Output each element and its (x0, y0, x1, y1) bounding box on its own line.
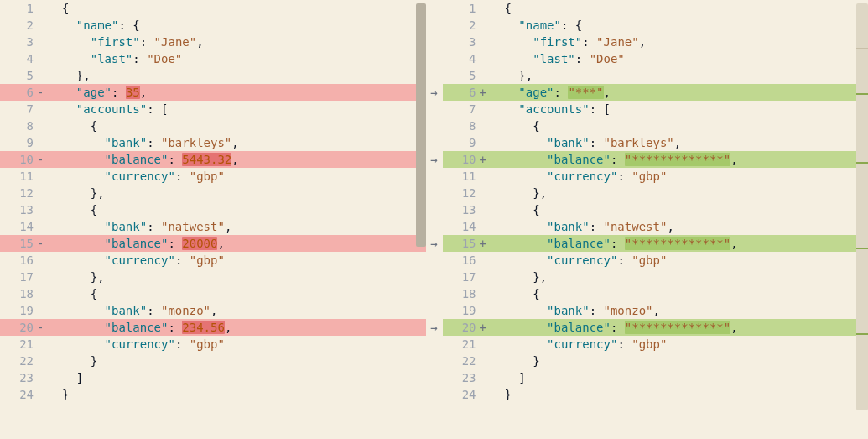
code-line[interactable]: 13 { (0, 201, 426, 218)
diff-arrow[interactable]: → (426, 319, 443, 336)
diff-arrow[interactable] (426, 185, 443, 201)
diff-arrow[interactable] (426, 285, 443, 302)
code-text[interactable]: } (60, 386, 426, 403)
diff-arrow[interactable]: → (426, 151, 443, 168)
code-text[interactable]: "bank": "monzo", (503, 302, 855, 319)
code-text[interactable]: "name": { (60, 17, 426, 34)
code-line[interactable]: 6+ "age": "***", (443, 84, 869, 101)
code-text[interactable]: "bank": "barkleys", (60, 134, 426, 151)
code-text[interactable]: }, (503, 269, 855, 285)
code-text[interactable]: { (60, 0, 426, 17)
code-line[interactable]: 20+ "balance": "*************", (443, 319, 869, 336)
code-line[interactable]: 7 "accounts": [ (443, 101, 869, 118)
code-line[interactable]: 16 "currency": "gbp" (0, 252, 426, 269)
code-text[interactable]: }, (60, 67, 426, 84)
code-line[interactable]: 8 { (0, 118, 426, 134)
scrollbar-thumb[interactable] (416, 3, 426, 247)
code-text[interactable]: "balance": 20000, (60, 235, 426, 252)
code-text[interactable]: "balance": "*************", (503, 319, 855, 336)
diff-arrow[interactable] (426, 17, 443, 34)
code-text[interactable]: "bank": "natwest", (503, 218, 855, 235)
diff-arrow[interactable] (426, 50, 443, 67)
code-text[interactable]: "age": "***", (503, 84, 855, 101)
diff-arrow[interactable] (426, 369, 443, 386)
diff-arrow[interactable] (426, 168, 443, 185)
code-text[interactable]: } (503, 386, 855, 403)
code-text[interactable]: ] (503, 369, 855, 386)
diff-arrow[interactable] (426, 269, 443, 285)
ruler-diff-mark[interactable] (856, 248, 868, 249)
code-line[interactable]: 5 }, (0, 67, 426, 84)
code-line[interactable]: 18 { (443, 285, 869, 302)
code-text[interactable]: "currency": "gbp" (60, 336, 426, 353)
code-text[interactable]: "last": "Doe" (503, 50, 855, 67)
code-line[interactable]: 16 "currency": "gbp" (443, 252, 869, 269)
code-line[interactable]: 21 "currency": "gbp" (0, 336, 426, 353)
diff-arrow[interactable] (426, 386, 443, 403)
code-line[interactable]: 22 } (443, 353, 869, 369)
diff-arrow[interactable] (426, 134, 443, 151)
code-line[interactable]: 4 "last": "Doe" (443, 50, 869, 67)
diff-arrow[interactable]: → (426, 84, 443, 101)
code-line[interactable]: 7 "accounts": [ (0, 101, 426, 118)
code-line[interactable]: 23 ] (0, 369, 426, 386)
code-line[interactable]: 6- "age": 35, (0, 84, 426, 101)
code-line[interactable]: 11 "currency": "gbp" (0, 168, 426, 185)
code-line[interactable]: 24} (443, 386, 869, 403)
diff-arrow[interactable] (426, 218, 443, 235)
code-line[interactable]: 20- "balance": 234.56, (0, 319, 426, 336)
code-text[interactable]: }, (60, 185, 426, 201)
code-line[interactable]: 15+ "balance": "*************", (443, 235, 869, 252)
ruler-diff-mark[interactable] (856, 333, 868, 335)
diff-pane-modified[interactable]: 1{2 "name": {3 "first": "Jane",4 "last":… (443, 0, 869, 439)
diff-arrow[interactable]: → (426, 235, 443, 252)
code-text[interactable]: { (503, 118, 855, 134)
diff-arrow[interactable] (426, 201, 443, 218)
code-text[interactable]: } (60, 353, 426, 369)
code-text[interactable]: { (60, 285, 426, 302)
code-text[interactable]: "name": { (503, 17, 855, 34)
code-text[interactable]: "bank": "monzo", (60, 302, 426, 319)
code-line[interactable]: 21 "currency": "gbp" (443, 336, 869, 353)
code-text[interactable]: { (503, 201, 855, 218)
code-text[interactable]: "first": "Jane", (60, 34, 426, 50)
code-text[interactable]: "currency": "gbp" (503, 336, 855, 353)
code-line[interactable]: 17 }, (443, 269, 869, 285)
code-text[interactable]: ] (60, 369, 426, 386)
code-text[interactable]: "accounts": [ (60, 101, 426, 118)
code-line[interactable]: 17 }, (0, 269, 426, 285)
code-line[interactable]: 3 "first": "Jane", (0, 34, 426, 50)
code-text[interactable]: "last": "Doe" (60, 50, 426, 67)
code-text[interactable]: "bank": "barkleys", (503, 134, 855, 151)
code-line[interactable]: 23 ] (443, 369, 869, 386)
code-text[interactable]: "currency": "gbp" (503, 168, 855, 185)
code-text[interactable]: "accounts": [ (503, 101, 855, 118)
overview-ruler[interactable] (856, 3, 868, 410)
code-line[interactable]: 3 "first": "Jane", (443, 34, 869, 50)
diff-arrow[interactable] (426, 0, 443, 17)
diff-arrow[interactable] (426, 353, 443, 369)
code-line[interactable]: 18 { (0, 285, 426, 302)
code-line[interactable]: 9 "bank": "barkleys", (0, 134, 426, 151)
diff-arrow[interactable] (426, 118, 443, 134)
code-text[interactable]: "currency": "gbp" (503, 252, 855, 269)
code-text[interactable]: "bank": "natwest", (60, 218, 426, 235)
diff-arrow[interactable] (426, 252, 443, 269)
code-text[interactable]: "balance": "*************", (503, 151, 855, 168)
code-line[interactable]: 15- "balance": 20000, (0, 235, 426, 252)
code-line[interactable]: 2 "name": { (0, 17, 426, 34)
code-text[interactable]: "age": 35, (60, 84, 426, 101)
code-line[interactable]: 2 "name": { (443, 17, 869, 34)
code-line[interactable]: 11 "currency": "gbp" (443, 168, 869, 185)
code-text[interactable]: "currency": "gbp" (60, 168, 426, 185)
diff-arrow[interactable] (426, 336, 443, 353)
code-line[interactable]: 1{ (0, 0, 426, 17)
code-text[interactable]: "balance": 234.56, (60, 319, 426, 336)
code-line[interactable]: 10+ "balance": "*************", (443, 151, 869, 168)
code-line[interactable]: 13 { (443, 201, 869, 218)
code-line[interactable]: 14 "bank": "natwest", (0, 218, 426, 235)
code-line[interactable]: 22 } (0, 353, 426, 369)
code-line[interactable]: 19 "bank": "monzo", (0, 302, 426, 319)
code-text[interactable]: }, (60, 269, 426, 285)
code-line[interactable]: 12 }, (443, 185, 869, 201)
